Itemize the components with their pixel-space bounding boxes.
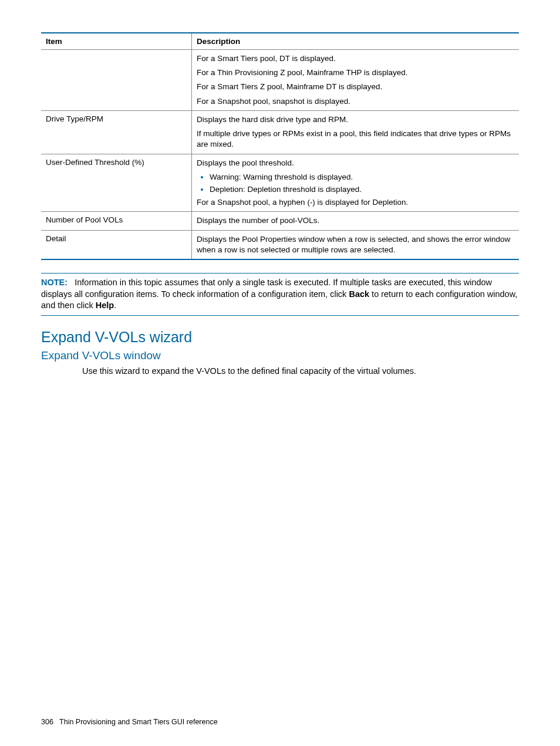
- table-header-description: Description: [192, 33, 519, 50]
- heading-wizard: Expand V-VOLs wizard: [41, 329, 519, 346]
- cell-item: Drive Type/RPM: [41, 110, 192, 154]
- cell-item: Number of Pool VOLs: [41, 212, 192, 230]
- table-row: Drive Type/RPM Displays the hard disk dr…: [41, 110, 519, 154]
- cell-description: For a Smart Tiers pool, DT is displayed.…: [192, 50, 519, 111]
- bullet-list: Warning: Warning threshold is displayed.…: [197, 172, 514, 195]
- table-header-item: Item: [41, 33, 192, 50]
- page-number: 306: [41, 718, 53, 726]
- page-footer: 306 Thin Provisioning and Smart Tiers GU…: [41, 718, 218, 726]
- table-row: User-Defined Threshold (%) Displays the …: [41, 154, 519, 212]
- heading-window: Expand V-VOLs window: [41, 349, 519, 362]
- footer-title: Thin Provisioning and Smart Tiers GUI re…: [59, 718, 218, 726]
- table-row: Detail Displays the Pool Properties wind…: [41, 230, 519, 259]
- note-label: NOTE:: [41, 278, 68, 287]
- cell-item: User-Defined Threshold (%): [41, 154, 192, 212]
- note-block: NOTE: Information in this topic assumes …: [41, 273, 519, 316]
- table-row: For a Smart Tiers pool, DT is displayed.…: [41, 50, 519, 111]
- wizard-description: Use this wizard to expand the V-VOLs to …: [82, 366, 519, 377]
- cell-description: Displays the Pool Properties window when…: [192, 230, 519, 259]
- cell-item: [41, 50, 192, 111]
- cell-description: Displays the pool threshold. Warning: Wa…: [192, 154, 519, 212]
- properties-table: Item Description For a Smart Tiers pool,…: [41, 32, 519, 260]
- cell-description: Displays the hard disk drive type and RP…: [192, 110, 519, 154]
- cell-item: Detail: [41, 230, 192, 259]
- table-row: Number of Pool VOLs Displays the number …: [41, 212, 519, 230]
- cell-description: Displays the number of pool-VOLs.: [192, 212, 519, 230]
